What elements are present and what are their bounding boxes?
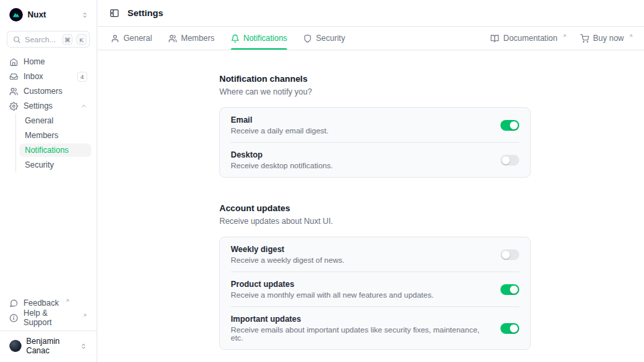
desktop-toggle[interactable]	[500, 155, 519, 166]
settings-subtree: General Members Notifications Security	[15, 113, 91, 172]
home-icon	[9, 58, 18, 66]
nuxt-logo-icon	[9, 8, 23, 21]
search-icon	[13, 36, 21, 44]
help-support-link[interactable]: Help & Support	[5, 310, 91, 325]
search-input[interactable]: Search... ⌘ K	[7, 31, 90, 48]
toggle-knob	[510, 324, 518, 333]
tab-bar: General Members Notifications	[97, 27, 644, 50]
tab-general[interactable]: General	[111, 27, 152, 50]
setting-description: Receive a monthly email with all new fea…	[231, 291, 433, 299]
external-link-icon	[83, 313, 87, 318]
external-link-icon	[65, 298, 70, 303]
section-title: Notification channels	[219, 74, 531, 84]
sidebar-item-settings-notifications[interactable]: Notifications	[19, 143, 91, 157]
tab-members[interactable]: Members	[168, 27, 215, 50]
section-subtitle: Where can we notify you?	[219, 87, 531, 97]
tab-notifications[interactable]: Notifications	[231, 27, 287, 50]
sidebar-item-label: Inbox	[23, 72, 43, 81]
setting-row-important-updates: Important updates Receive emails about i…	[220, 307, 530, 349]
sidebar-item-customers[interactable]: Customers	[5, 84, 91, 99]
section-title: Account updates	[219, 203, 531, 213]
setting-row-desktop: Desktop Receive desktop notifications.	[220, 143, 530, 177]
setting-row-email: Email Receive a daily email digest.	[220, 108, 530, 142]
sidebar-item-settings-security[interactable]: Security	[19, 158, 91, 172]
external-link-icon	[562, 34, 567, 38]
setting-description: Receive a weekly digest of news.	[231, 256, 344, 264]
documentation-label: Documentation	[503, 34, 557, 43]
setting-title: Email	[231, 115, 329, 125]
main-panel: Settings General Members	[97, 0, 644, 362]
user-menu[interactable]: Benjamin Canac	[5, 335, 91, 357]
help-support-label: Help & Support	[23, 308, 76, 327]
setting-title: Important updates	[231, 314, 490, 324]
avatar	[9, 340, 21, 352]
workspace-switcher[interactable]: Nuxt	[5, 7, 91, 24]
user-name: Benjamin Canac	[26, 337, 75, 355]
section-notification-channels: Notification channels Where can we notif…	[219, 74, 531, 178]
sidebar-subitem-label: Members	[25, 131, 58, 140]
settings-card: Weekly digest Receive a weekly digest of…	[219, 237, 531, 350]
chat-bubble-icon	[9, 299, 18, 308]
chevron-updown-icon	[80, 343, 87, 350]
sidebar-item-settings-general[interactable]: General	[19, 114, 91, 127]
important-updates-toggle[interactable]	[500, 323, 519, 334]
product-updates-toggle[interactable]	[500, 284, 519, 295]
documentation-button[interactable]: Documentation	[490, 34, 567, 43]
tab-label: Security	[316, 34, 345, 43]
cart-icon	[580, 34, 589, 43]
sidebar-item-inbox[interactable]: Inbox 4	[5, 69, 91, 84]
page-title: Settings	[127, 8, 163, 18]
setting-title: Desktop	[231, 150, 333, 160]
feedback-label: Feedback	[23, 298, 59, 308]
buy-now-button[interactable]: Buy now	[580, 34, 633, 43]
setting-row-product-updates: Product updates Receive a monthly email …	[220, 272, 530, 306]
kbd-k: K	[76, 34, 87, 45]
tab-label: General	[123, 34, 152, 43]
book-icon	[490, 34, 499, 43]
tab-label: Notifications	[244, 34, 287, 43]
sidebar-item-settings[interactable]: Settings	[5, 99, 91, 113]
section-subtitle: Receive updates about Nuxt UI.	[219, 217, 531, 226]
setting-description: Receive emails about important updates l…	[231, 326, 490, 342]
sidebar-subitem-label: Notifications	[25, 145, 68, 155]
toggle-knob	[502, 251, 510, 259]
app-window: Nuxt Search... ⌘ K Home	[0, 0, 644, 362]
gear-icon	[9, 102, 18, 111]
settings-card: Email Receive a daily email digest. Desk…	[219, 107, 531, 178]
bell-icon	[231, 34, 239, 43]
inbox-count-badge: 4	[77, 72, 87, 82]
info-circle-icon	[9, 314, 18, 322]
sidebar-item-settings-members[interactable]: Members	[19, 129, 91, 142]
sidebar-item-label: Customers	[23, 86, 62, 96]
sidebar-nav: Home Inbox 4 Customers Settings	[5, 54, 91, 172]
weekly-digest-toggle[interactable]	[500, 249, 519, 260]
chevron-updown-icon	[81, 11, 89, 19]
search-placeholder: Search...	[25, 36, 58, 44]
toggle-knob	[510, 121, 518, 129]
section-account-updates: Account updates Receive updates about Nu…	[219, 203, 531, 350]
sidebar-item-label: Settings	[23, 101, 52, 111]
collapse-sidebar-icon[interactable]	[108, 7, 121, 19]
setting-title: Weekly digest	[231, 245, 344, 254]
sidebar: Nuxt Search... ⌘ K Home	[0, 0, 97, 362]
tab-security[interactable]: Security	[303, 27, 345, 50]
setting-description: Receive desktop notifications.	[231, 162, 333, 170]
tab-label: Members	[181, 34, 215, 43]
sidebar-divider	[0, 330, 97, 331]
settings-content: Notification channels Where can we notif…	[97, 50, 644, 362]
sidebar-item-label: Home	[23, 57, 45, 66]
user-icon	[111, 34, 119, 43]
email-toggle[interactable]	[500, 120, 519, 131]
toggle-knob	[510, 286, 518, 294]
sidebar-footer: Feedback Help & Support Benjamin Canac	[5, 296, 91, 357]
toggle-knob	[502, 156, 510, 164]
sidebar-subitem-label: Security	[25, 160, 54, 170]
page-header: Settings	[97, 0, 644, 27]
inbox-icon	[9, 72, 18, 81]
external-link-icon	[629, 34, 633, 38]
sidebar-item-home[interactable]: Home	[5, 54, 91, 69]
users-icon	[9, 87, 18, 96]
kbd-meta: ⌘	[62, 34, 72, 45]
users-icon	[168, 34, 177, 43]
setting-title: Product updates	[231, 280, 433, 289]
